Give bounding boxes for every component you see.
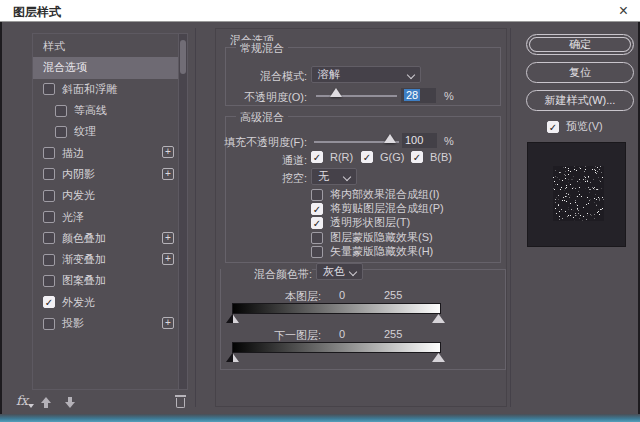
- sidebar-item-texture[interactable]: 纹理: [33, 121, 187, 142]
- checkbox-checked[interactable]: [411, 151, 423, 163]
- panel-divider: [195, 28, 196, 407]
- underlying-layer-high: 255: [384, 328, 402, 340]
- underlying-layer-low: 0: [339, 328, 345, 340]
- channels-label: 通道:: [196, 153, 307, 168]
- channel-b[interactable]: B(B): [411, 151, 452, 163]
- checkbox[interactable]: [55, 126, 67, 138]
- new-style-button[interactable]: 新建样式(W)...: [526, 90, 634, 111]
- checkbox[interactable]: [43, 318, 55, 330]
- checkbox[interactable]: [311, 232, 323, 244]
- fill-opacity-slider-thumb[interactable]: [384, 134, 396, 143]
- vector-mask-hides-effects-option[interactable]: 矢量蒙版隐藏效果(H): [311, 244, 433, 259]
- sidebar-item-label: 光泽: [62, 210, 84, 225]
- styles-list: 样式 混合选项 斜面和浮雕 等高线 纹理 描边 +: [32, 33, 188, 390]
- close-icon[interactable]: ×: [619, 1, 628, 21]
- sidebar-item-outer-glow[interactable]: 外发光: [33, 292, 187, 313]
- arrow-up-icon[interactable]: [40, 397, 52, 410]
- sidebar-item-styles[interactable]: 样式: [33, 36, 187, 57]
- blend-if-value: 灰色: [323, 265, 345, 277]
- trash-icon[interactable]: [174, 395, 187, 409]
- checkbox[interactable]: [43, 211, 55, 223]
- checkbox-checked[interactable]: [311, 217, 323, 229]
- plus-icon[interactable]: +: [162, 146, 174, 158]
- channel-g-label: G(G): [380, 151, 404, 163]
- plus-icon[interactable]: +: [162, 253, 174, 265]
- sidebar-item-label: 内发光: [62, 188, 95, 203]
- plus-icon[interactable]: +: [162, 317, 174, 329]
- checkbox[interactable]: [311, 189, 323, 201]
- checkbox[interactable]: [43, 275, 55, 287]
- titlebar[interactable]: 图层样式 ×: [0, 0, 640, 22]
- blend-mode-dropdown[interactable]: 溶解: [311, 66, 421, 83]
- this-layer-black-slider[interactable]: [226, 314, 239, 323]
- blending-options-panel: 混合选项 常规混合 混合模式: 溶解 不透明度(O): 28 % 高级混合 填充…: [215, 28, 507, 407]
- fx-menu-icon[interactable]: fx: [16, 393, 28, 408]
- checkbox[interactable]: [311, 246, 323, 258]
- layer-mask-hides-effects-option[interactable]: 图层蒙版隐藏效果(S): [311, 230, 433, 245]
- channel-r-label: R(R): [330, 151, 353, 163]
- checkbox-checked[interactable]: [361, 151, 373, 163]
- sidebar-item-label: 描边: [62, 146, 84, 161]
- this-layer-gradient-bar[interactable]: [232, 303, 441, 314]
- sidebar-item-label: 混合选项: [43, 60, 87, 75]
- checkbox-checked[interactable]: [311, 203, 323, 215]
- plus-icon[interactable]: +: [162, 168, 174, 180]
- fill-opacity-value-field[interactable]: 100: [402, 133, 437, 148]
- scrollbar-thumb[interactable]: [180, 40, 186, 74]
- channel-r[interactable]: R(R): [311, 151, 353, 163]
- group-legend: 高级混合: [236, 110, 288, 125]
- knockout-label: 挖空:: [196, 171, 307, 186]
- checkbox[interactable]: [43, 168, 55, 180]
- checkbox[interactable]: [43, 190, 55, 202]
- checkbox-checked[interactable]: [311, 151, 323, 163]
- transparency-shapes-layer-option[interactable]: 透明形状图层(T): [311, 215, 410, 230]
- sidebar-item-gradient-overlay[interactable]: 渐变叠加 +: [33, 249, 187, 270]
- sidebar-item-label: 图案叠加: [62, 273, 106, 288]
- option-label: 图层蒙版隐藏效果(S): [330, 230, 433, 245]
- channel-g[interactable]: G(G): [361, 151, 404, 163]
- sidebar-item-contour[interactable]: 等高线: [33, 100, 187, 121]
- checkbox[interactable]: [43, 254, 55, 266]
- opacity-slider-thumb[interactable]: [330, 88, 342, 97]
- opacity-value-field[interactable]: 28: [401, 88, 436, 103]
- sidebar-item-drop-shadow[interactable]: 投影 +: [33, 313, 187, 334]
- checkbox-checked[interactable]: [547, 121, 559, 133]
- sidebar-scrollbar[interactable]: [178, 34, 187, 389]
- sidebar-item-bevel-emboss[interactable]: 斜面和浮雕: [33, 79, 187, 100]
- sidebar-item-inner-shadow[interactable]: 内阴影 +: [33, 164, 187, 185]
- this-layer-white-slider[interactable]: [432, 314, 445, 323]
- sidebar-item-inner-glow[interactable]: 内发光: [33, 185, 187, 206]
- ok-button[interactable]: 确定: [526, 34, 634, 55]
- underlying-layer-white-slider[interactable]: [432, 353, 445, 362]
- option-label: 将剪贴图层混合成组(P): [330, 201, 444, 216]
- underlying-layer-black-slider[interactable]: [226, 353, 239, 362]
- blend-mode-label: 混合模式:: [196, 69, 307, 84]
- sidebar-item-pattern-overlay[interactable]: 图案叠加: [33, 270, 187, 291]
- arrow-down-icon[interactable]: [64, 397, 76, 410]
- this-layer-low: 0: [339, 289, 345, 301]
- checkbox[interactable]: [43, 83, 55, 95]
- preview-option[interactable]: 预览(V): [547, 119, 603, 134]
- checkbox[interactable]: [43, 232, 55, 244]
- opacity-slider-track[interactable]: [316, 95, 397, 97]
- underlying-layer-gradient-bar[interactable]: [232, 342, 441, 353]
- this-layer-high: 255: [384, 289, 402, 301]
- checkbox-checked[interactable]: [43, 296, 55, 308]
- sidebar-item-blending-options[interactable]: 混合选项: [33, 57, 187, 78]
- sidebar-item-label: 样式: [43, 39, 65, 54]
- sidebar-item-color-overlay[interactable]: 颜色叠加 +: [33, 228, 187, 249]
- checkbox[interactable]: [55, 105, 67, 117]
- underlying-layer-label: 下一图层:: [221, 328, 321, 343]
- knockout-dropdown[interactable]: 无: [311, 168, 357, 185]
- opacity-unit: %: [444, 90, 454, 102]
- plus-icon[interactable]: +: [162, 232, 174, 244]
- blend-clipped-layers-option[interactable]: 将剪贴图层混合成组(P): [311, 201, 444, 216]
- style-preview-thumbnail: [527, 142, 626, 247]
- reset-button[interactable]: 复位: [526, 62, 634, 83]
- sidebar-item-label: 内阴影: [62, 167, 95, 182]
- blend-interior-effects-option[interactable]: 将内部效果混合成组(I): [311, 187, 439, 202]
- sidebar-item-satin[interactable]: 光泽: [33, 206, 187, 227]
- checkbox[interactable]: [43, 147, 55, 159]
- blend-if-dropdown[interactable]: 灰色: [316, 263, 363, 280]
- sidebar-item-stroke[interactable]: 描边 +: [33, 142, 187, 163]
